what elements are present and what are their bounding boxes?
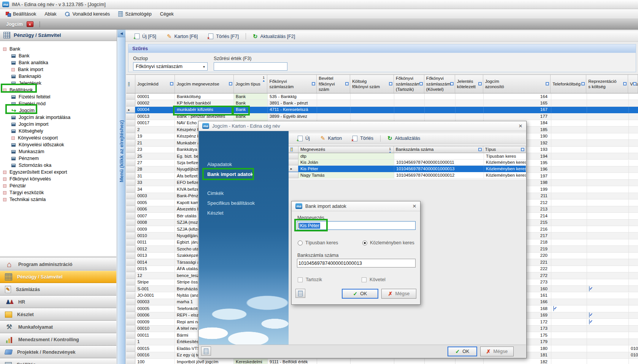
aktualizalas-f2-button[interactable]: ↻Aktualizálás [F2] (248, 32, 300, 41)
table-row[interactable]: 100Importból jövő jogcímKereskedelmi9111… (126, 359, 638, 364)
notes-button[interactable] (295, 289, 305, 298)
filter-value-input[interactable] (214, 62, 287, 71)
column-header-jogcim-megnevezese[interactable]: Jogcím megnevezése (175, 75, 234, 93)
dialog-nav-keszlet[interactable]: Készlet (199, 208, 289, 218)
tree-item-technikai-szamla[interactable]: Technikai számla (3, 196, 46, 203)
tree-item-konyvelesi-idoszakok[interactable]: Könyvelési időszakok (11, 141, 64, 148)
menu-item-cegek[interactable]: Cégek (156, 10, 178, 18)
tree-item-fizetesi-feltetel[interactable]: Fizetési feltétel (11, 93, 50, 100)
filter-square-icon[interactable] (450, 82, 454, 85)
filter-square-icon[interactable] (478, 148, 482, 151)
column-header-telefonkoltseg[interactable]: Telefonköltség (551, 75, 586, 93)
tree-item-penztar[interactable]: Pénztár (3, 182, 26, 189)
column-header-tipus[interactable]: Típus (483, 146, 526, 153)
menu-item-ablak[interactable]: Ablak (40, 10, 60, 18)
column-header-fokonyvi-szamlaszam-tartozik[interactable]: Főkönyvi számlaszám (Tartozik) (394, 75, 424, 93)
module-szamlazas[interactable]: ✎Számlázás (0, 283, 116, 296)
module-szallitas[interactable]: Szállítás (0, 358, 116, 364)
dialog-nav-cimkek[interactable]: Cimkék (199, 188, 289, 198)
filter-square-icon[interactable] (345, 82, 349, 85)
bankszamla-input[interactable]: 101045697874000001000013 (297, 259, 416, 267)
filter-column-select[interactable]: Főkönyvi számlaszám ▾ (133, 62, 208, 71)
column-header-jogcim-azonosito[interactable]: Jogcím azonosító (483, 75, 551, 93)
filter-square-icon[interactable] (478, 82, 482, 85)
tree-item-bank[interactable]: Bank (11, 52, 30, 59)
tree-item-fokonyvi-konyveles[interactable]: Főkönyvi könyvelés (3, 176, 51, 182)
column-header-bevetel-fokonyvi-szam[interactable]: Bevétel főkönyvi szám (317, 75, 350, 93)
torles-f7-button[interactable]: ×Törlés [F7] (203, 32, 244, 41)
tree-item-banknaplo[interactable]: Banknapló (11, 73, 41, 80)
dialog-table-row[interactable]: Nagy Tamás101045697874000001000012Közlem… (289, 172, 526, 179)
notes-button[interactable] (201, 347, 211, 356)
dialog-table-row[interactable]: dtpTípusban keres (289, 153, 526, 160)
tree-item-jogcim-arak-importalasa[interactable]: Jogcím árak importálása (11, 114, 70, 121)
dialog-nav-specifikus-beallitasok[interactable]: Specifikus beállítások (199, 198, 289, 208)
filter-square-icon[interactable] (229, 82, 232, 85)
tree-item-munkaszam[interactable]: Munkaszám (11, 148, 44, 155)
tree-item-konyvelesi-csoport[interactable]: Könyvelési csoport (11, 135, 58, 141)
tree-item-sztornozas-oka[interactable]: Sztornózás oka (11, 162, 51, 169)
dialog-table-row[interactable]: Kis Jolán101045697874000001000011Közlemé… (289, 160, 526, 166)
column-header-jelentes-kotelezett[interactable]: Jelentés kötelezett (455, 75, 483, 93)
column-header-bankszamla-szama[interactable]: Bankszámla száma (394, 146, 483, 153)
module-program-adminisztracio[interactable]: ⌂Program adminisztráció (0, 258, 116, 271)
filter-square-icon[interactable] (633, 82, 636, 85)
tree-item-bank-import[interactable]: Bank import (11, 66, 43, 73)
filter-square-icon[interactable] (521, 148, 524, 151)
close-icon[interactable]: × (519, 123, 522, 129)
menu-item-beallitasok[interactable]: Beállítások (2, 10, 40, 18)
uj-button[interactable]: +Új (292, 134, 315, 143)
karton-f6-button[interactable]: ✎Karton [F6] (162, 32, 203, 41)
tab-close-icon[interactable]: x (27, 21, 33, 27)
tree-item-penznem[interactable]: Pénznem (11, 155, 39, 162)
tree-item-targyi-eszkozok[interactable]: Tárgyi eszközök (3, 189, 44, 196)
module-keszlet[interactable]: Készlet (0, 308, 116, 321)
tree-item-koltseghely[interactable]: Költséghely (11, 128, 43, 135)
tree-item-bank-analitika[interactable]: Bank analitika (11, 59, 48, 66)
column-header-megnevezes[interactable]: Megnevezés1▲ (298, 146, 394, 153)
checkbox-tartozik[interactable]: Tartozik (298, 277, 322, 282)
filter-square-icon[interactable] (623, 82, 627, 85)
column-header-koltseg-fokonyvi-szam[interactable]: Költség főkönyvi szám (350, 75, 394, 93)
close-icon[interactable]: × (413, 204, 416, 209)
module-hr[interactable]: ♟♟HR (0, 296, 116, 308)
dialog-table-row[interactable]: ▸Kis Péter101045697874000001000013Közlem… (289, 166, 526, 172)
aktualizalas-button[interactable]: ↻Aktualizálás (382, 134, 425, 142)
tab-jogcim[interactable]: Jogcím (6, 22, 23, 27)
cancel-button[interactable]: ✗ Mégse (480, 347, 514, 356)
uj-f5-button[interactable]: +Új [F5] (129, 32, 162, 41)
filter-square-icon[interactable] (581, 82, 585, 85)
filter-square-icon[interactable] (170, 82, 173, 85)
subdialog-ok-button[interactable]: ✓ OK (342, 289, 378, 299)
tree-item-bank[interactable]: Bank (3, 46, 21, 52)
column-header-vtsz[interactable]: Vtsz (628, 75, 638, 93)
radio-tipusban-keres[interactable]: Típusban keres (298, 240, 338, 245)
filter-square-icon[interactable] (419, 82, 423, 85)
tree-item-jogcim-import[interactable]: Jogcím import (11, 121, 49, 128)
subdialog-cancel-button[interactable]: ✗ Mégse (381, 289, 416, 299)
ok-button[interactable]: ✓ OK (448, 347, 477, 356)
column-header-jogcimkod[interactable]: Jogcímkód (135, 75, 175, 93)
checkbox-kovetel[interactable]: Követel (362, 277, 386, 282)
torles-button[interactable]: ×Törlés (347, 134, 379, 143)
radio-kozlemenyben-keres[interactable]: Közleményben keres (362, 240, 414, 245)
module-projektek-rendezvenyek[interactable]: Projektek / Rendezvények (0, 346, 116, 358)
column-header-fokonyvi-szamlaszam[interactable]: Főkönyvi számlaszám (267, 75, 317, 93)
column-header-jogcim-tipus[interactable]: Jogcím típus1▲ (234, 75, 268, 93)
filter-square-icon[interactable] (546, 82, 549, 85)
menu-item-vonalkod-kereses[interactable]: Vonalkód keresés (60, 10, 114, 18)
table-row[interactable]: 00001BankköltségBank535 - Bankktg164 (126, 93, 638, 100)
column-header-reprezentacio-s-koltseg[interactable]: Reprezentáció s költség (586, 75, 628, 93)
filter-square-icon[interactable] (389, 82, 392, 85)
collapse-arrow-icon[interactable]: ◀ (117, 30, 125, 37)
column-header-fokonyvi-szamlaszam-kovetel[interactable]: Főkönyvi számlaszám (Követel) (424, 75, 455, 93)
menu-item-szamologep[interactable]: Számológép (114, 10, 156, 18)
column-chooser-button[interactable] (289, 146, 298, 153)
module-penzugy-szamvitel[interactable]: Pénzügy / Számvitel (0, 271, 116, 283)
tree-item-egyszerusitett-excel-export[interactable]: Egyszerűsített Excel export (3, 169, 67, 176)
module-menedzsment-kontrolling[interactable]: Menedzsment / Kontrolling (0, 333, 116, 346)
karton-button[interactable]: ✎Karton (315, 134, 347, 142)
menu-collapse-strip[interactable]: ◀ Menü (klikk az elrejtéshez) (117, 30, 125, 364)
column-chooser-button[interactable] (126, 75, 135, 93)
filter-square-icon[interactable] (312, 82, 315, 85)
